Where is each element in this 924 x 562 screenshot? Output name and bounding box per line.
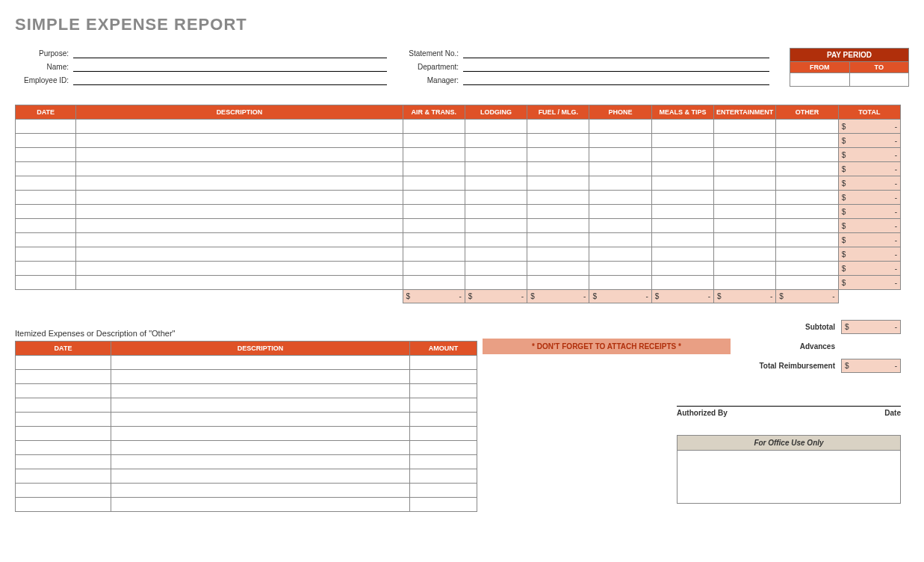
cell-category[interactable] [589,233,651,247]
cell-description[interactable] [111,427,410,441]
cell-category[interactable] [651,176,713,191]
cell-category[interactable] [651,162,713,176]
cell-category[interactable] [589,276,651,290]
cell-category[interactable] [776,134,838,148]
cell-date[interactable] [16,484,111,498]
cell-category[interactable] [527,233,589,247]
name-input[interactable] [73,61,387,72]
cell-category[interactable] [403,176,465,191]
cell-category[interactable] [714,219,776,233]
advances-value[interactable] [841,339,901,353]
cell-description[interactable] [76,148,403,162]
cell-category[interactable] [527,219,589,233]
cell-date[interactable] [16,233,76,247]
cell-category[interactable] [714,276,776,290]
cell-description[interactable] [76,262,403,276]
cell-date[interactable] [16,219,76,233]
cell-amount[interactable] [410,384,477,398]
cell-category[interactable] [776,233,838,247]
cell-category[interactable] [465,162,527,176]
cell-category[interactable] [714,191,776,205]
cell-date[interactable] [16,370,111,384]
cell-amount[interactable] [410,398,477,413]
cell-date[interactable] [16,455,111,469]
cell-category[interactable] [527,162,589,176]
cell-category[interactable] [527,120,589,134]
cell-category[interactable] [651,148,713,162]
cell-date[interactable] [16,120,76,134]
cell-description[interactable] [76,247,403,262]
cell-category[interactable] [651,205,713,219]
cell-category[interactable] [465,191,527,205]
cell-category[interactable] [651,276,713,290]
cell-description[interactable] [111,441,410,455]
cell-amount[interactable] [410,484,477,498]
cell-category[interactable] [403,191,465,205]
cell-description[interactable] [111,469,410,484]
cell-category[interactable] [714,162,776,176]
cell-category[interactable] [403,276,465,290]
cell-date[interactable] [16,356,111,370]
cell-amount[interactable] [410,469,477,484]
cell-description[interactable] [76,120,403,134]
cell-category[interactable] [465,276,527,290]
cell-category[interactable] [589,262,651,276]
cell-amount[interactable] [410,455,477,469]
cell-category[interactable] [403,233,465,247]
cell-date[interactable] [16,205,76,219]
cell-category[interactable] [714,134,776,148]
cell-category[interactable] [465,247,527,262]
cell-category[interactable] [527,148,589,162]
cell-category[interactable] [776,162,838,176]
cell-category[interactable] [651,134,713,148]
cell-category[interactable] [589,219,651,233]
cell-category[interactable] [527,262,589,276]
cell-description[interactable] [76,191,403,205]
cell-category[interactable] [776,205,838,219]
cell-date[interactable] [16,162,76,176]
cell-category[interactable] [714,205,776,219]
pay-period-from-cell[interactable] [790,73,850,87]
cell-date[interactable] [16,398,111,413]
cell-category[interactable] [651,247,713,262]
cell-category[interactable] [714,262,776,276]
cell-date[interactable] [16,247,76,262]
cell-date[interactable] [16,262,76,276]
cell-description[interactable] [111,356,410,370]
employee-id-input[interactable] [73,75,387,85]
cell-category[interactable] [651,233,713,247]
cell-category[interactable] [527,276,589,290]
cell-category[interactable] [589,176,651,191]
cell-category[interactable] [714,247,776,262]
pay-period-to-cell[interactable] [850,73,910,87]
cell-date[interactable] [16,441,111,455]
cell-category[interactable] [651,191,713,205]
cell-description[interactable] [76,276,403,290]
cell-category[interactable] [527,176,589,191]
cell-category[interactable] [403,162,465,176]
cell-date[interactable] [16,469,111,484]
cell-description[interactable] [111,370,410,384]
cell-category[interactable] [714,148,776,162]
cell-category[interactable] [714,120,776,134]
cell-description[interactable] [111,455,410,469]
cell-category[interactable] [589,120,651,134]
cell-description[interactable] [111,484,410,498]
cell-category[interactable] [465,233,527,247]
cell-description[interactable] [111,498,410,512]
cell-category[interactable] [403,262,465,276]
department-input[interactable] [463,61,769,72]
cell-category[interactable] [403,148,465,162]
cell-category[interactable] [465,219,527,233]
cell-category[interactable] [776,148,838,162]
cell-description[interactable] [76,205,403,219]
cell-category[interactable] [589,191,651,205]
cell-description[interactable] [111,384,410,398]
cell-amount[interactable] [410,498,477,512]
cell-category[interactable] [651,219,713,233]
cell-category[interactable] [776,191,838,205]
cell-category[interactable] [403,134,465,148]
cell-category[interactable] [527,191,589,205]
cell-description[interactable] [76,233,403,247]
cell-category[interactable] [776,276,838,290]
